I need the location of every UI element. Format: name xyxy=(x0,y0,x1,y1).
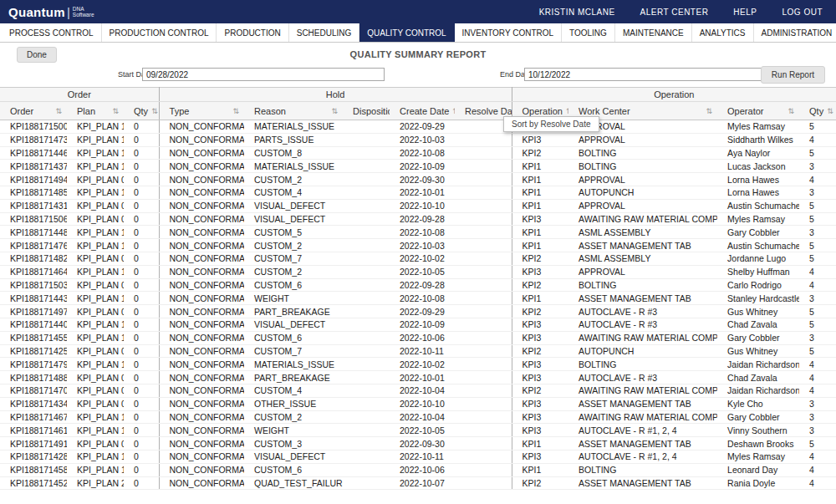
cell-disposition xyxy=(343,463,390,476)
table-row[interactable]: KPI188171482KPI_PLAN 050NON_CONFORMANCEC… xyxy=(0,252,836,265)
cell-plan: KPI_PLAN 14 xyxy=(67,331,124,344)
nav-tab-maintenance[interactable]: MAINTENANCE xyxy=(615,23,692,42)
column-header-reason[interactable]: Reason⇅ xyxy=(244,102,343,120)
sort-icon[interactable]: ⇅ xyxy=(788,107,795,115)
nav-tab-administration[interactable]: ADMINISTRATION xyxy=(754,23,836,42)
column-header-qty[interactable]: Qty⇅ xyxy=(799,102,836,120)
table-row[interactable]: KPI188171437KPI_PLAN 110NON_CONFORMANCEM… xyxy=(0,160,836,173)
nav-tab-production[interactable]: PRODUCTION xyxy=(217,23,288,42)
nav-tab-inventory-control[interactable]: INVENTORY CONTROL xyxy=(455,23,562,42)
table-row[interactable]: KPI188171476KPI_PLAN 100NON_CONFORMANCEC… xyxy=(0,239,836,252)
column-header-disposition[interactable]: Disposition⇅ xyxy=(343,102,390,120)
column-header-qty[interactable]: Qty⇅ xyxy=(124,102,159,120)
cell-operator: Jaidan Richardson xyxy=(717,358,799,371)
cell-reason: VISUAL_DEFECT xyxy=(244,199,343,212)
column-header-type[interactable]: Type⇅ xyxy=(159,102,244,120)
cell-type: NON_CONFORMANCE xyxy=(159,437,244,451)
cell-create-date: 2022-09-29 xyxy=(390,120,455,134)
table-row[interactable]: KPI188171506KPI_PLAN 040NON_CONFORMANCEV… xyxy=(0,212,836,226)
start-date-input[interactable] xyxy=(142,68,385,81)
table-row[interactable]: KPI188171503KPI_PLAN 090NON_CONFORMANCEC… xyxy=(0,278,836,292)
cell-work-center: BOLTING xyxy=(568,160,717,173)
cell-type: NON_CONFORMANCE xyxy=(159,305,244,318)
cell-create-date: 2022-09-29 xyxy=(390,305,455,318)
table-row[interactable]: KPI188171440KPI_PLAN 150NON_CONFORMANCEV… xyxy=(0,318,836,331)
cell-order: KPI188171461 xyxy=(0,424,67,437)
run-report-button[interactable]: Run Report xyxy=(761,66,825,84)
column-header-order[interactable]: Order⇅ xyxy=(0,102,67,120)
table-row[interactable]: KPI188171467KPI_PLAN 150NON_CONFORMANCEC… xyxy=(0,410,836,424)
table-row[interactable]: KPI188171431KPI_PLAN 010NON_CONFORMANCEV… xyxy=(0,199,836,212)
cell-order: KPI188171452 xyxy=(0,476,67,490)
cell-order: KPI188171443 xyxy=(0,292,67,305)
cell-resolve-date xyxy=(455,437,512,451)
table-row[interactable]: KPI188171448KPI_PLAN 180NON_CONFORMANCEC… xyxy=(0,226,836,239)
table-row[interactable]: KPI188171473KPI_PLAN 110NON_CONFORMANCEP… xyxy=(0,133,836,146)
table-row[interactable]: KPI188171500KPI_PLAN 170NON_CONFORMANCEM… xyxy=(0,120,836,134)
cell-qty: 0 xyxy=(124,424,159,437)
column-header-operator[interactable]: Operator⇅ xyxy=(717,102,799,120)
table-row[interactable]: KPI188171491KPI_PLAN 040NON_CONFORMANCEC… xyxy=(0,437,836,451)
table-row[interactable]: KPI188171479KPI_PLAN 170NON_CONFORMANCEM… xyxy=(0,358,836,371)
table-row[interactable]: KPI188171488KPI_PLAN 080NON_CONFORMANCEP… xyxy=(0,371,836,384)
top-link-help[interactable]: HELP xyxy=(733,8,757,17)
cell-reason: CUSTOM_8 xyxy=(244,146,343,160)
sort-icon[interactable]: ⇅ xyxy=(566,107,568,115)
nav-tab-tooling[interactable]: TOOLING xyxy=(562,23,615,42)
cell-plan: KPI_PLAN 08 xyxy=(67,371,124,384)
cell-operator: Chad Zavala xyxy=(717,371,799,384)
table-row[interactable]: KPI188171497KPI_PLAN 090NON_CONFORMANCEP… xyxy=(0,305,836,318)
sort-icon[interactable]: ⇅ xyxy=(827,107,833,115)
column-header-plan[interactable]: Plan⇅ xyxy=(67,102,124,120)
column-header-create-date[interactable]: Create Date⇅ xyxy=(390,102,455,120)
table-row[interactable]: KPI188171425KPI_PLAN 090NON_CONFORMANCEC… xyxy=(0,344,836,358)
table-row[interactable]: KPI188171434KPI_PLAN 020NON_CONFORMANCEO… xyxy=(0,397,836,410)
cell-order: KPI188171467 xyxy=(0,410,67,424)
top-link-alert-center[interactable]: ALERT CENTER xyxy=(640,8,709,17)
sort-icon[interactable]: ⇅ xyxy=(112,107,119,115)
table-row[interactable]: KPI188171446KPI_PLAN 180NON_CONFORMANCEC… xyxy=(0,146,836,160)
sort-icon[interactable]: ⇅ xyxy=(331,107,338,115)
cell-operation: KPI2 xyxy=(512,278,568,292)
cell-plan: KPI_PLAN 10 xyxy=(67,239,124,252)
sort-icon[interactable]: ⇅ xyxy=(232,107,239,115)
cell-plan: KPI_PLAN 11 xyxy=(67,160,124,173)
nav-tab-analytics[interactable]: ANALYTICS xyxy=(692,23,754,42)
table-row[interactable]: KPI188171443KPI_PLAN 160NON_CONFORMANCEW… xyxy=(0,292,836,305)
table-row[interactable]: KPI188171452KPI_PLAN 200NON_CONFORMANCEQ… xyxy=(0,476,836,490)
cell-operator: Jordanne Lugo xyxy=(717,252,799,265)
cell-operator: Gary Cobbler xyxy=(717,410,799,424)
table-row[interactable]: KPI188171485KPI_PLAN 170NON_CONFORMANCEC… xyxy=(0,186,836,199)
cell-plan: KPI_PLAN 15 xyxy=(67,410,124,424)
table-row[interactable]: KPI188171464KPI_PLAN 120NON_CONFORMANCEC… xyxy=(0,265,836,278)
table-row[interactable]: KPI188171428KPI_PLAN 130NON_CONFORMANCEV… xyxy=(0,450,836,463)
top-link-log-out[interactable]: LOG OUT xyxy=(782,8,823,17)
nav-tab-scheduling[interactable]: SCHEDULING xyxy=(289,23,360,42)
cell-resolve-date xyxy=(455,278,512,292)
page-title: QUALITY SUMMARY REPORT xyxy=(0,49,836,59)
cell-qty: 5 xyxy=(799,305,836,318)
cell-type: NON_CONFORMANCE xyxy=(159,397,244,410)
cell-type: NON_CONFORMANCE xyxy=(159,450,244,463)
sort-icon[interactable]: ⇅ xyxy=(55,107,62,115)
sort-icon[interactable]: ⇅ xyxy=(151,107,158,115)
table-row[interactable]: KPI188171458KPI_PLAN 110NON_CONFORMANCEC… xyxy=(0,463,836,476)
table-row[interactable]: KPI188171470KPI_PLAN 090NON_CONFORMANCEC… xyxy=(0,384,836,397)
cell-reason: VISUAL_DEFECT xyxy=(244,450,343,463)
sort-icon[interactable]: ⇅ xyxy=(452,107,455,115)
cell-disposition xyxy=(343,424,390,437)
top-link-kristin-mclane[interactable]: KRISTIN MCLANE xyxy=(539,8,615,17)
end-date-input[interactable] xyxy=(524,68,765,81)
nav-tab-quality-control[interactable]: QUALITY CONTROL xyxy=(359,23,454,42)
cell-reason: QUAD_TEST_FAILURE xyxy=(244,476,343,490)
nav-tab-process-control[interactable]: PROCESS CONTROL xyxy=(2,23,102,42)
table-row[interactable]: KPI188171455KPI_PLAN 140NON_CONFORMANCEC… xyxy=(0,331,836,344)
cell-qty: 4 xyxy=(799,476,836,490)
sort-icon[interactable]: ⇅ xyxy=(706,107,713,115)
table-row[interactable]: KPI188171494KPI_PLAN 090NON_CONFORMANCEC… xyxy=(0,173,836,186)
table-row[interactable]: KPI188171461KPI_PLAN 100NON_CONFORMANCEW… xyxy=(0,424,836,437)
column-label: Disposition xyxy=(353,106,390,116)
cell-qty: 5 xyxy=(799,344,836,358)
nav-tab-production-control[interactable]: PRODUCTION CONTROL xyxy=(102,23,217,42)
cell-work-center: BOLTING xyxy=(568,278,717,292)
